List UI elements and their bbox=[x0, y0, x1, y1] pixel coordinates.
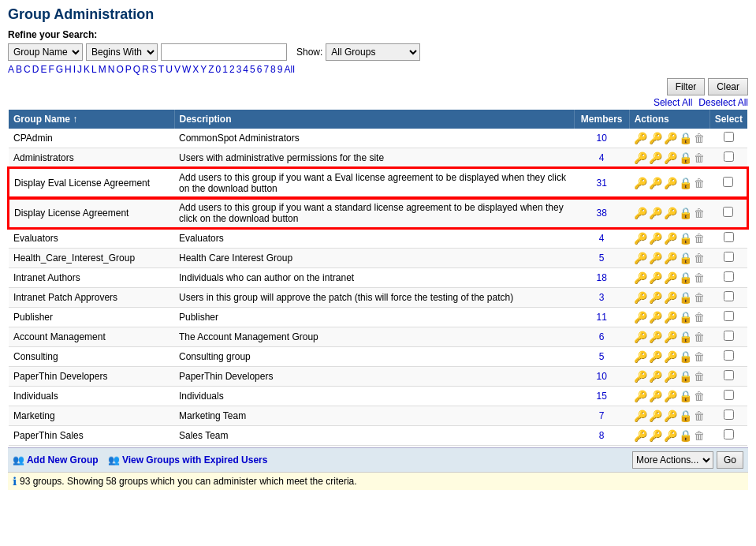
row-checkbox[interactable] bbox=[723, 177, 733, 187]
search-field-select[interactable]: Group Name Description Members bbox=[8, 43, 83, 61]
lock-icon[interactable]: 🔒 bbox=[679, 350, 692, 363]
edit-icon[interactable]: 🔑 bbox=[634, 291, 647, 304]
alpha-all[interactable]: All bbox=[284, 64, 294, 75]
members-link[interactable]: 5 bbox=[599, 351, 605, 362]
members-link[interactable]: 11 bbox=[596, 312, 606, 323]
edit-icon[interactable]: 🔑 bbox=[634, 232, 647, 245]
alpha-I[interactable]: I bbox=[73, 64, 76, 75]
alpha-A[interactable]: A bbox=[8, 64, 14, 75]
search-condition-select[interactable]: Begins With Contains Equals bbox=[86, 43, 158, 61]
key-icon[interactable]: 🔑 bbox=[664, 390, 677, 402]
edit-icon[interactable]: 🔑 bbox=[634, 350, 647, 363]
row-checkbox[interactable] bbox=[724, 370, 734, 380]
col-members[interactable]: Members bbox=[574, 110, 629, 129]
row-checkbox[interactable] bbox=[724, 232, 734, 242]
alpha-K[interactable]: K bbox=[84, 64, 90, 75]
alpha-4[interactable]: 4 bbox=[243, 64, 248, 75]
row-checkbox[interactable] bbox=[724, 331, 734, 341]
row-checkbox[interactable] bbox=[724, 429, 734, 439]
alpha-7[interactable]: 7 bbox=[263, 64, 269, 75]
delete-icon[interactable]: 🗑 bbox=[694, 151, 705, 164]
alpha-9[interactable]: 9 bbox=[277, 64, 283, 75]
edit-icon[interactable]: 🔑 bbox=[634, 252, 647, 264]
row-checkbox[interactable] bbox=[724, 271, 734, 282]
lock-icon[interactable]: 🔒 bbox=[679, 232, 692, 245]
delete-icon[interactable]: 🗑 bbox=[694, 207, 705, 219]
alpha-V[interactable]: V bbox=[174, 64, 181, 75]
edit-icon[interactable]: 🔑 bbox=[634, 331, 647, 343]
members-link[interactable]: 5 bbox=[599, 252, 605, 264]
alpha-6[interactable]: 6 bbox=[257, 64, 263, 75]
edit-icon[interactable]: 🔑 bbox=[634, 151, 647, 164]
copy-icon[interactable]: 🔑 bbox=[649, 350, 662, 363]
alpha-F[interactable]: F bbox=[48, 64, 54, 75]
alpha-5[interactable]: 5 bbox=[250, 64, 255, 75]
edit-icon[interactable]: 🔑 bbox=[634, 410, 647, 422]
edit-icon[interactable]: 🔑 bbox=[634, 370, 647, 383]
alpha-1[interactable]: 1 bbox=[222, 64, 228, 75]
delete-icon[interactable]: 🗑 bbox=[694, 311, 705, 323]
alpha-J[interactable]: J bbox=[77, 64, 82, 75]
members-link[interactable]: 10 bbox=[596, 371, 606, 382]
row-checkbox[interactable] bbox=[724, 132, 734, 142]
show-select[interactable]: All Groups My Groups bbox=[326, 43, 420, 61]
add-new-group-link[interactable]: 👥 Add New Group bbox=[13, 454, 99, 466]
key-icon[interactable]: 🔑 bbox=[664, 207, 677, 219]
alpha-N[interactable]: N bbox=[108, 64, 115, 75]
alpha-C[interactable]: C bbox=[24, 64, 31, 75]
key-icon[interactable]: 🔑 bbox=[664, 370, 677, 383]
key-icon[interactable]: 🔑 bbox=[664, 132, 677, 144]
alpha-0[interactable]: 0 bbox=[216, 64, 222, 75]
lock-icon[interactable]: 🔒 bbox=[679, 207, 692, 219]
edit-icon[interactable]: 🔑 bbox=[634, 390, 647, 402]
copy-icon[interactable]: 🔑 bbox=[649, 390, 662, 402]
lock-icon[interactable]: 🔒 bbox=[679, 271, 692, 284]
members-link[interactable]: 10 bbox=[596, 133, 606, 144]
alpha-S[interactable]: S bbox=[151, 64, 157, 75]
col-group-name[interactable]: Group Name ↑ bbox=[9, 110, 174, 129]
alpha-8[interactable]: 8 bbox=[270, 64, 276, 75]
copy-icon[interactable]: 🔑 bbox=[649, 331, 662, 343]
alpha-Q[interactable]: Q bbox=[133, 64, 140, 75]
key-icon[interactable]: 🔑 bbox=[664, 252, 677, 264]
members-link[interactable]: 3 bbox=[599, 292, 605, 303]
alpha-Y[interactable]: Y bbox=[200, 64, 207, 75]
lock-icon[interactable]: 🔒 bbox=[679, 132, 692, 144]
members-link[interactable]: 8 bbox=[599, 430, 605, 441]
search-value-input[interactable] bbox=[161, 43, 287, 61]
alpha-W[interactable]: W bbox=[182, 64, 191, 75]
copy-icon[interactable]: 🔑 bbox=[649, 410, 662, 422]
col-description[interactable]: Description bbox=[174, 110, 574, 129]
select-all-link[interactable]: Select All bbox=[654, 97, 692, 108]
delete-icon[interactable]: 🗑 bbox=[694, 177, 705, 189]
members-link[interactable]: 6 bbox=[599, 331, 605, 342]
lock-icon[interactable]: 🔒 bbox=[679, 291, 692, 304]
alpha-L[interactable]: L bbox=[91, 64, 97, 75]
members-link[interactable]: 4 bbox=[599, 233, 605, 244]
key-icon[interactable]: 🔑 bbox=[664, 429, 677, 442]
edit-icon[interactable]: 🔑 bbox=[634, 429, 647, 442]
delete-icon[interactable]: 🗑 bbox=[694, 271, 705, 284]
row-checkbox[interactable] bbox=[724, 350, 734, 361]
delete-icon[interactable]: 🗑 bbox=[694, 132, 705, 144]
edit-icon[interactable]: 🔑 bbox=[634, 177, 647, 189]
copy-icon[interactable]: 🔑 bbox=[649, 429, 662, 442]
edit-icon[interactable]: 🔑 bbox=[634, 132, 647, 144]
go-button[interactable]: Go bbox=[717, 451, 743, 469]
alpha-Z[interactable]: Z bbox=[208, 64, 214, 75]
row-checkbox[interactable] bbox=[724, 252, 734, 262]
alpha-G[interactable]: G bbox=[56, 64, 63, 75]
copy-icon[interactable]: 🔑 bbox=[649, 271, 662, 284]
delete-icon[interactable]: 🗑 bbox=[694, 390, 705, 402]
delete-icon[interactable]: 🗑 bbox=[694, 350, 705, 363]
key-icon[interactable]: 🔑 bbox=[664, 151, 677, 164]
copy-icon[interactable]: 🔑 bbox=[649, 207, 662, 219]
key-icon[interactable]: 🔑 bbox=[664, 271, 677, 284]
more-actions-select[interactable]: More Actions... bbox=[632, 451, 713, 469]
edit-icon[interactable]: 🔑 bbox=[634, 271, 647, 284]
copy-icon[interactable]: 🔑 bbox=[649, 252, 662, 264]
lock-icon[interactable]: 🔒 bbox=[679, 390, 692, 402]
key-icon[interactable]: 🔑 bbox=[664, 331, 677, 343]
delete-icon[interactable]: 🗑 bbox=[694, 429, 705, 442]
alpha-B[interactable]: B bbox=[16, 64, 22, 75]
